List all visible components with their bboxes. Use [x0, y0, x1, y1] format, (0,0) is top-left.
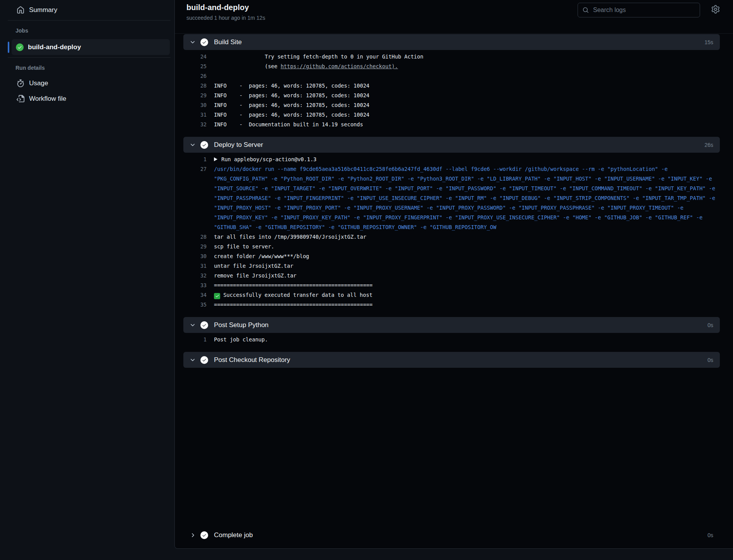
sidebar-item-summary[interactable]: Summary — [0, 2, 174, 18]
line-number[interactable]: 29 — [183, 242, 207, 252]
step-header-post-setup-python[interactable]: Post Setup Python0s — [183, 317, 720, 333]
step-success-icon — [200, 141, 208, 149]
line-number — [183, 222, 207, 232]
sidebar-job-item-build-and-deploy[interactable]: build-and-deploy — [12, 39, 170, 55]
log-text: /usr/bin/docker run --name f9cde65aea3a5… — [214, 164, 667, 174]
line-number[interactable]: 29 — [183, 91, 207, 100]
step-duration: 0s — [707, 532, 713, 538]
step-lines: 1Run appleboy/scp-action@v0.1.327/usr/bi… — [183, 153, 720, 317]
log-line: "INPUT_PROXY_KEY" -e "INPUT_PROXY_KEY_PA… — [183, 213, 720, 222]
run-details-section-label: Run details — [0, 60, 174, 76]
line-number[interactable]: 30 — [183, 100, 207, 110]
log-text: ========================================… — [214, 281, 373, 290]
chevron-right-icon — [190, 532, 196, 538]
step-section-post-setup-python: Post Setup Python0s1Post job cleanup. — [183, 317, 720, 352]
line-number[interactable]: 1 — [183, 335, 207, 345]
line-number[interactable]: 34 — [183, 290, 207, 300]
log-line: "INPUT_PROXY_HOST" -e "INPUT_PROXY_PORT"… — [183, 203, 720, 213]
line-number[interactable]: 31 — [183, 110, 207, 120]
step-success-icon — [200, 356, 208, 364]
stopwatch-icon — [17, 79, 24, 87]
log-text: INFO - pages: 46, words: 120785, codes: … — [214, 81, 369, 91]
step-title: Build Site — [214, 38, 242, 46]
line-number[interactable]: 28 — [183, 232, 207, 242]
step-duration: 15s — [704, 39, 713, 45]
log-line: 1Run appleboy/scp-action@v0.1.3 — [183, 155, 720, 164]
log-line: 32remove file JrsoijxtGZ.tar — [183, 271, 720, 281]
step-section-build-site: Build Site15s24 Try setting fetch-depth … — [183, 34, 720, 137]
line-number[interactable]: 30 — [183, 252, 207, 261]
home-icon — [17, 6, 24, 14]
log-text: "PKG_CONFIG_PATH" -e "Python_ROOT_DIR" -… — [214, 174, 712, 184]
line-number[interactable]: 32 — [183, 120, 207, 129]
log-line: 29scp file to server. — [183, 242, 720, 252]
job-log-panel: build-and-deploy succeeded 1 hour ago in… — [174, 0, 733, 549]
line-number[interactable]: 35 — [183, 300, 207, 310]
line-number[interactable]: 28 — [183, 81, 207, 91]
step-title: Deploy to Server — [214, 141, 263, 149]
log-line: 29INFO - pages: 46, words: 120785, codes… — [183, 91, 720, 100]
line-number[interactable]: 31 — [183, 261, 207, 271]
log-line: 26 — [183, 71, 720, 81]
log-text: scp file to server. — [214, 242, 274, 252]
chevron-down-icon — [190, 357, 196, 363]
line-number — [183, 184, 207, 193]
step-title: Complete job — [214, 531, 253, 539]
log-line: 25 (see https://github.com/actions/check… — [183, 62, 720, 71]
selected-accent-bar — [8, 41, 9, 53]
step-duration: 0s — [707, 357, 713, 363]
step-duration: 0s — [707, 322, 713, 328]
line-number[interactable]: 1 — [183, 155, 207, 164]
line-number[interactable]: 27 — [183, 164, 207, 174]
page-title: build-and-deploy — [186, 3, 265, 12]
log-line: 30INFO - pages: 46, words: 120785, codes… — [183, 100, 720, 110]
line-number[interactable]: 24 — [183, 52, 207, 62]
log-line: 35======================================… — [183, 300, 720, 310]
log-line: 30create folder /www/www***/blog — [183, 252, 720, 261]
step-section-post-checkout-repository: Post Checkout Repository0s — [183, 352, 720, 368]
log-line: 32INFO - Documentation built in 14.19 se… — [183, 120, 720, 129]
log-line: "INPUT_PASSPHRASE" -e "INPUT_FINGERPRINT… — [183, 193, 720, 203]
play-icon — [214, 157, 217, 161]
sidebar-item-workflow-file[interactable]: Workflow file — [0, 91, 174, 107]
line-number[interactable]: 33 — [183, 281, 207, 290]
log-link[interactable]: https://github.com/actions/checkout). — [281, 63, 398, 69]
line-number[interactable]: 26 — [183, 71, 207, 81]
log-line: 27/usr/bin/docker run --name f9cde65aea3… — [183, 164, 720, 174]
run-header: build-and-deploy succeeded 1 hour ago in… — [175, 0, 733, 34]
log-line: 28INFO - pages: 46, words: 120785, codes… — [183, 81, 720, 91]
log-text: "GITHUB_SHA" -e "GITHUB_REPOSITORY" -e "… — [214, 222, 496, 232]
search-input[interactable] — [592, 6, 695, 14]
log-spacer — [183, 368, 720, 527]
success-check-icon — [214, 293, 220, 299]
step-success-icon — [200, 321, 208, 329]
log-text: INFO - pages: 46, words: 120785, codes: … — [214, 91, 369, 100]
log-text: Successfully executed transfer data to a… — [214, 290, 373, 300]
step-duration: 26s — [704, 142, 713, 148]
log-line: 1Post job cleanup. — [183, 335, 720, 345]
step-header-post-checkout-repository[interactable]: Post Checkout Repository0s — [183, 352, 720, 368]
log-area: Build Site15s24 Try setting fetch-depth … — [175, 34, 733, 548]
settings-gear-button[interactable] — [711, 5, 720, 14]
line-number — [183, 193, 207, 203]
log-text: untar file JrsoijxtGZ.tar — [214, 261, 293, 271]
sidebar-divider — [8, 20, 171, 21]
jobs-section-label: Jobs — [0, 23, 174, 38]
log-text: Try setting fetch-depth to 0 in your Git… — [214, 52, 423, 62]
job-name: build-and-deploy — [28, 43, 81, 51]
search-icon — [583, 7, 589, 13]
sidebar-item-label: Workflow file — [29, 95, 66, 103]
step-header-complete-job[interactable]: Complete job0s — [183, 527, 720, 543]
log-line: 28tar all files into /tmp/399809740/Jrso… — [183, 232, 720, 242]
step-header-build-site[interactable]: Build Site15s — [183, 34, 720, 50]
run-titles: build-and-deploy succeeded 1 hour ago in… — [186, 3, 265, 21]
step-title: Post Setup Python — [214, 321, 269, 329]
log-text: "INPUT_PROXY_KEY" -e "INPUT_PROXY_KEY_PA… — [214, 213, 702, 222]
line-number[interactable]: 25 — [183, 62, 207, 71]
log-text: Run appleboy/scp-action@v0.1.3 — [214, 155, 317, 164]
search-box[interactable] — [578, 3, 700, 17]
step-header-deploy-to-server[interactable]: Deploy to Server26s — [183, 137, 720, 153]
log-text: "INPUT_PASSPHRASE" -e "INPUT_FINGERPRINT… — [214, 193, 715, 203]
line-number[interactable]: 32 — [183, 271, 207, 281]
sidebar-item-usage[interactable]: Usage — [0, 76, 174, 91]
